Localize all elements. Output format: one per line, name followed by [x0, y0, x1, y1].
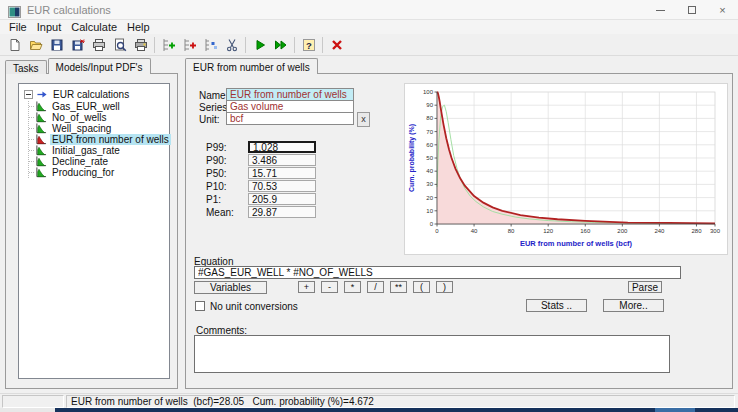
percentile-field-p10[interactable]	[248, 180, 316, 192]
svg-text:90: 90	[426, 102, 433, 108]
toolbar-page-setup-button[interactable]	[130, 35, 151, 54]
svg-text:EUR from number of wells (bcf: EUR from number of wells (bcf)	[520, 239, 633, 248]
tree-item-eur-from-number-of-wells[interactable]: EUR from number of wells	[29, 134, 169, 145]
toolbar-add-distribution-green-button[interactable]	[158, 35, 179, 54]
run-icon	[253, 38, 267, 52]
op-plus-button[interactable]: +	[298, 281, 315, 293]
percentile-row-p1: P1:	[186, 193, 326, 205]
tree-root[interactable]: EUR calculations	[24, 89, 169, 100]
main-tabstrip: EUR from number of wells	[185, 58, 319, 74]
menu-help[interactable]: Help	[122, 20, 155, 34]
unit-select-button[interactable]: x	[357, 112, 370, 127]
op-minus-button[interactable]: -	[321, 281, 338, 293]
toolbar-delete-button[interactable]	[326, 35, 347, 54]
op-open-paren-button[interactable]: (	[413, 281, 430, 293]
tree-item-decline-rate[interactable]: Decline_rate	[29, 156, 169, 167]
green-distribution-icon	[35, 123, 47, 134]
tree-item-no-of-wells[interactable]: No_of_wells	[29, 112, 169, 123]
cut-icon	[225, 38, 239, 52]
percentile-field-mean[interactable]	[248, 206, 316, 218]
menu-calculate[interactable]: Calculate	[66, 20, 122, 34]
svg-text:80: 80	[426, 115, 433, 121]
toolbar-separator	[154, 37, 155, 53]
stats-button[interactable]: Stats ..	[526, 299, 587, 312]
percentile-row-mean: Mean:	[186, 206, 326, 218]
toolbar-run-button[interactable]	[249, 35, 270, 54]
menu-input[interactable]: Input	[32, 20, 66, 34]
svg-text:60: 60	[426, 142, 433, 148]
green-distribution-icon	[35, 167, 47, 178]
add-distribution-red-icon	[183, 38, 197, 52]
tree-expand-toggle[interactable]	[24, 90, 33, 99]
toolbar-new-document-button[interactable]	[4, 35, 25, 54]
op-divide-button[interactable]: /	[367, 281, 384, 293]
green-distribution-icon	[35, 112, 47, 123]
no-unit-conversions-checkbox[interactable]	[195, 301, 205, 311]
delete-icon	[330, 38, 344, 52]
close-button[interactable]: ×	[707, 0, 738, 20]
svg-text:70: 70	[426, 129, 433, 135]
tree-root-label: EUR calculations	[51, 89, 131, 100]
probability-chart[interactable]: 0408012016020024028030001020304050607080…	[404, 83, 728, 255]
toolbar-open-file-button[interactable]	[25, 35, 46, 54]
percentile-row-p10: P10:	[186, 180, 326, 192]
svg-text:0: 0	[435, 228, 439, 234]
tree-item-well-spacing[interactable]: Well_spacing	[29, 123, 169, 134]
open-file-icon	[29, 38, 43, 52]
toolbar-separator	[245, 37, 246, 53]
window-title: EUR calculations	[27, 4, 111, 16]
variables-button[interactable]: Variables	[194, 281, 267, 294]
calculation-arrow-icon	[36, 89, 48, 100]
toolbar-save-as-button[interactable]	[67, 35, 88, 54]
tree-item-gas-eur-well[interactable]: Gas_EUR_well	[29, 101, 169, 112]
tree-item-initial-gas-rate[interactable]: Initial_gas_rate	[29, 145, 169, 156]
equation-input[interactable]	[194, 266, 681, 279]
menu-file[interactable]: File	[4, 20, 32, 34]
tab-tasks[interactable]: Tasks	[5, 60, 47, 74]
percentile-row-p99: P99:	[186, 141, 326, 153]
unit-input[interactable]	[226, 112, 354, 125]
svg-text:40: 40	[471, 228, 478, 234]
maximize-icon	[688, 6, 696, 14]
toolbar-add-distribution-red-button[interactable]	[179, 35, 200, 54]
menu-bar: FileInputCalculateHelp	[0, 20, 738, 34]
tree-item-label: Gas_EUR_well	[50, 101, 122, 112]
minimize-button[interactable]	[645, 0, 676, 20]
toolbar-print-preview-button[interactable]	[109, 35, 130, 54]
maximize-button[interactable]	[676, 0, 707, 20]
svg-text:20: 20	[426, 195, 433, 201]
tab-models-input-pdf-s[interactable]: Models/Input PDF's	[48, 58, 151, 74]
percentile-field-p1[interactable]	[248, 193, 316, 205]
comments-textarea[interactable]	[194, 335, 670, 373]
svg-text:100: 100	[423, 89, 434, 95]
toolbar-add-model-button[interactable]	[200, 35, 221, 54]
app-icon	[8, 4, 21, 16]
op-multiply-button[interactable]: *	[344, 281, 361, 293]
name-label: Name:	[199, 90, 228, 101]
tree-item-producing-for[interactable]: Producing_for	[29, 167, 169, 178]
model-tree: EUR calculations Gas_EUR_wellNo_of_wells…	[18, 83, 170, 379]
toolbar-help-button[interactable]: ?	[298, 35, 319, 54]
more-button[interactable]: More..	[603, 299, 664, 312]
tree-item-label: No_of_wells	[50, 112, 108, 123]
save-icon	[50, 38, 64, 52]
toolbar-cut-button[interactable]	[221, 35, 242, 54]
percentile-field-p50[interactable]	[248, 167, 316, 179]
parse-button[interactable]: Parse	[628, 281, 662, 293]
op-close-paren-button[interactable]: )	[436, 281, 453, 293]
svg-text:280: 280	[691, 228, 702, 234]
app-window: EUR calculations × FileInputCalculateHel…	[0, 0, 738, 412]
green-distribution-icon	[35, 101, 47, 112]
workspace: TasksModels/Input PDF's EUR calculations…	[0, 56, 738, 393]
toolbar-save-button[interactable]	[46, 35, 67, 54]
toolbar-print-button[interactable]	[88, 35, 109, 54]
tab-eur-from-number-of-wells[interactable]: EUR from number of wells	[185, 58, 318, 74]
percentile-field-p99[interactable]	[248, 141, 316, 153]
percentile-field-p90[interactable]	[248, 154, 316, 166]
op-power-button[interactable]: **	[390, 281, 407, 293]
svg-text:160: 160	[580, 228, 591, 234]
toolbar-run-all-button[interactable]	[270, 35, 291, 54]
percentile-label-p10: P10:	[206, 181, 227, 192]
tree-item-label: Decline_rate	[50, 156, 110, 167]
svg-text:0: 0	[430, 221, 434, 227]
